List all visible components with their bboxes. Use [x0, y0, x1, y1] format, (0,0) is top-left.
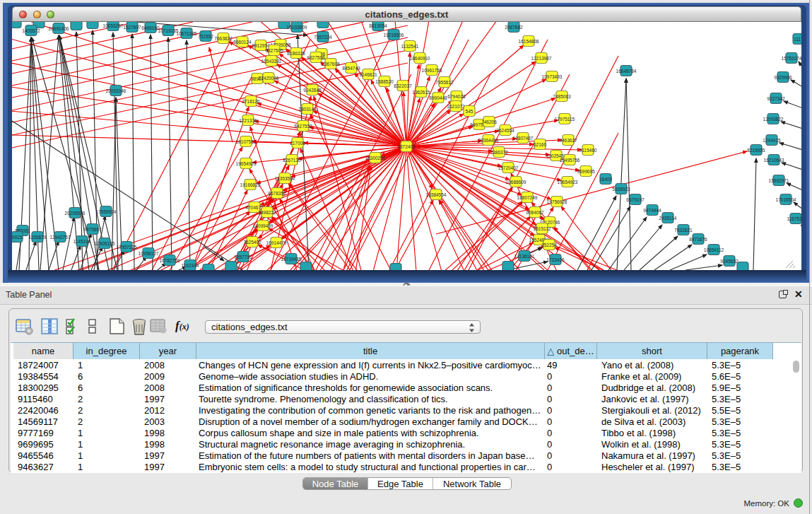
svg-text:11353594: 11353594 — [275, 176, 295, 181]
svg-text:217006: 217006 — [290, 141, 305, 146]
svg-text:9115460: 9115460 — [579, 148, 597, 153]
svg-text:16210643: 16210643 — [764, 158, 784, 163]
svg-text:16154808: 16154808 — [519, 39, 539, 44]
svg-text:1527607: 1527607 — [123, 25, 141, 30]
svg-text:8471676: 8471676 — [689, 237, 707, 242]
svg-text:1621072: 1621072 — [447, 104, 465, 109]
svg-text:4704671: 4704671 — [245, 205, 264, 210]
svg-text:9245652: 9245652 — [720, 259, 739, 264]
svg-text:751552: 751552 — [198, 34, 213, 39]
svg-text:1588520: 1588520 — [375, 79, 394, 84]
svg-text:12213987: 12213987 — [531, 56, 552, 61]
svg-text:9975867: 9975867 — [83, 227, 102, 232]
svg-text:20206576: 20206576 — [65, 211, 86, 216]
svg-text:17957225: 17957225 — [117, 245, 137, 250]
svg-text:1156829: 1156829 — [29, 235, 47, 240]
svg-text:10688609: 10688609 — [506, 180, 526, 185]
svg-text:7663822: 7663822 — [214, 36, 233, 41]
svg-text:16648784: 16648784 — [616, 69, 637, 74]
svg-text:9327508: 9327508 — [307, 55, 325, 60]
svg-text:2087682: 2087682 — [505, 25, 523, 30]
svg-text:8427552: 8427552 — [294, 124, 312, 129]
svg-text:10973493: 10973493 — [542, 74, 563, 79]
svg-text:2718126: 2718126 — [242, 99, 260, 104]
svg-text:7357224: 7357224 — [314, 35, 332, 40]
svg-text:1615112: 1615112 — [534, 226, 551, 231]
svg-text:2935114: 2935114 — [659, 216, 677, 221]
svg-text:746206: 746206 — [481, 119, 497, 124]
svg-text:9327505: 9327505 — [265, 48, 283, 53]
svg-text:18300295: 18300295 — [365, 156, 386, 160]
svg-text:1117: 1117 — [794, 37, 801, 42]
svg-text:19654923: 19654923 — [558, 180, 578, 185]
svg-text:1167533: 1167533 — [787, 216, 801, 221]
svg-text:10958127: 10958127 — [139, 251, 159, 256]
svg-text:14099489: 14099489 — [253, 223, 273, 228]
svg-text:1244415: 1244415 — [763, 138, 781, 143]
svg-text:15720407: 15720407 — [498, 165, 519, 170]
svg-text:1192344: 1192344 — [182, 263, 199, 268]
svg-text:10653287: 10653287 — [103, 23, 124, 28]
svg-text:12942757: 12942757 — [50, 235, 71, 240]
svg-text:1405572: 1405572 — [22, 28, 40, 33]
svg-text:15716485: 15716485 — [281, 257, 302, 262]
svg-text:8912954: 8912954 — [252, 43, 270, 48]
svg-text:9474444: 9474444 — [643, 208, 661, 213]
svg-text:5938923: 5938923 — [612, 187, 630, 192]
svg-text:7386372: 7386372 — [490, 150, 508, 155]
svg-text:19756928: 19756928 — [547, 199, 567, 204]
svg-text:6794028: 6794028 — [447, 94, 466, 99]
svg-text:10719185: 10719185 — [158, 28, 179, 33]
svg-text:10107552: 10107552 — [236, 139, 257, 144]
svg-text:1145194: 1145194 — [73, 239, 91, 244]
svg-text:17016504: 17016504 — [776, 197, 796, 202]
svg-text:7485063: 7485063 — [553, 94, 571, 99]
svg-text:20691406: 20691406 — [49, 26, 69, 31]
svg-text:15751074: 15751074 — [782, 56, 801, 61]
svg-text:20053346: 20053346 — [106, 88, 126, 93]
svg-text:10654112: 10654112 — [704, 247, 724, 252]
svg-text:1221336: 1221336 — [239, 118, 257, 123]
svg-text:1132541: 1132541 — [401, 44, 419, 49]
svg-text:3624554: 3624554 — [496, 128, 514, 133]
svg-text:2803144: 2803144 — [298, 107, 317, 112]
svg-text:7625402: 7625402 — [243, 240, 261, 245]
svg-text:8454749: 8454749 — [342, 66, 360, 71]
svg-text:19218506: 19218506 — [384, 33, 404, 37]
svg-text:7632621: 7632621 — [674, 228, 693, 233]
svg-text:545: 545 — [466, 109, 473, 114]
svg-text:9915: 9915 — [12, 235, 23, 240]
svg-text:1733426: 1733426 — [546, 257, 565, 262]
svg-text:8990448: 8990448 — [429, 95, 447, 100]
svg-text:9657791: 9657791 — [234, 255, 252, 259]
svg-text:3498222: 3498222 — [258, 210, 276, 215]
svg-text:1362615: 1362615 — [412, 90, 430, 95]
svg-text:9463627: 9463627 — [559, 138, 577, 143]
svg-text:17975115: 17975115 — [555, 117, 575, 122]
svg-text:16782759: 16782759 — [160, 258, 180, 263]
svg-text:10671385: 10671385 — [177, 31, 197, 36]
svg-text:12093822: 12093822 — [763, 117, 784, 122]
svg-text:10543392: 10543392 — [261, 59, 282, 64]
svg-text:17959924: 17959924 — [96, 209, 117, 214]
svg-text:22420046: 22420046 — [259, 76, 279, 81]
svg-text:16914479: 16914479 — [266, 240, 287, 245]
svg-text:8813054: 8813054 — [369, 23, 387, 28]
svg-text:16495756: 16495756 — [560, 158, 580, 163]
svg-text:19654925: 19654925 — [236, 161, 257, 166]
svg-text:6679197: 6679197 — [626, 197, 645, 202]
svg-text:8267130: 8267130 — [283, 158, 301, 163]
svg-text:2367608: 2367608 — [322, 62, 340, 66]
svg-text:9699695: 9699695 — [577, 169, 595, 174]
svg-text:20364436: 20364436 — [478, 138, 499, 143]
svg-text:9227342: 9227342 — [767, 96, 785, 101]
svg-text:9329966: 9329966 — [774, 75, 792, 80]
svg-text:15692971: 15692971 — [769, 178, 789, 183]
svg-text:8322037: 8322037 — [394, 83, 412, 88]
svg-text:7955812: 7955812 — [435, 80, 454, 85]
svg-text:8186328: 8186328 — [287, 51, 305, 56]
svg-text:9146821: 9146821 — [359, 72, 377, 77]
svg-text:18807249: 18807249 — [517, 195, 538, 200]
svg-text:16409: 16409 — [599, 177, 612, 182]
svg-text:8660124: 8660124 — [233, 40, 252, 45]
